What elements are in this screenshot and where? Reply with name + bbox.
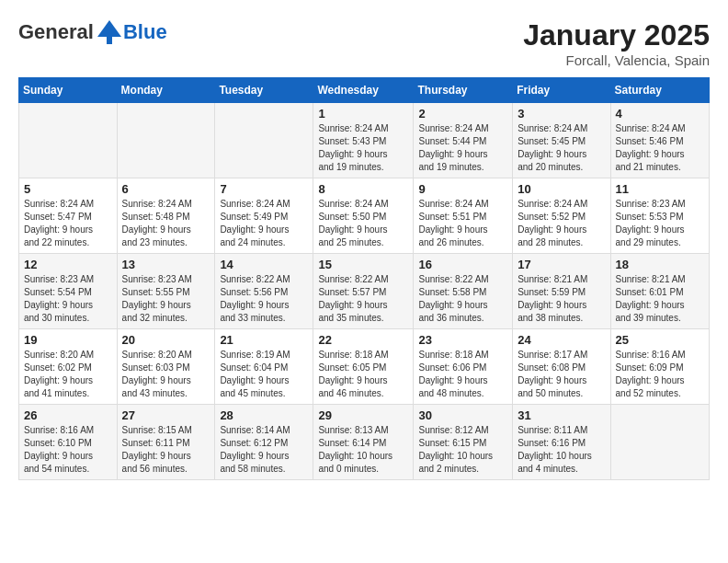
- cell-info: Sunrise: 8:23 AM Sunset: 5:54 PM Dayligh…: [24, 273, 112, 325]
- calendar-cell: 11Sunrise: 8:23 AM Sunset: 5:53 PM Dayli…: [610, 178, 709, 254]
- calendar-cell: 23Sunrise: 8:18 AM Sunset: 6:06 PM Dayli…: [414, 329, 513, 405]
- calendar-cell: 7Sunrise: 8:24 AM Sunset: 5:49 PM Daylig…: [215, 178, 313, 254]
- month-title: January 2025: [523, 18, 710, 52]
- svg-marker-0: [97, 20, 121, 37]
- calendar-cell: 16Sunrise: 8:22 AM Sunset: 5:58 PM Dayli…: [414, 254, 513, 329]
- calendar-cell: 20Sunrise: 8:20 AM Sunset: 6:03 PM Dayli…: [117, 329, 215, 405]
- days-header-row: SundayMondayTuesdayWednesdayThursdayFrid…: [19, 78, 710, 103]
- cell-info: Sunrise: 8:24 AM Sunset: 5:50 PM Dayligh…: [318, 198, 408, 249]
- cell-info: Sunrise: 8:16 AM Sunset: 6:09 PM Dayligh…: [616, 349, 704, 400]
- title-block: January 2025 Forcall, Valencia, Spain: [523, 18, 710, 68]
- day-number: 8: [318, 182, 408, 196]
- day-number: 23: [418, 333, 507, 347]
- calendar-week-row: 12Sunrise: 8:23 AM Sunset: 5:54 PM Dayli…: [19, 254, 710, 329]
- page-header: General Blue January 2025 Forcall, Valen…: [18, 18, 710, 68]
- day-number: 25: [616, 333, 704, 347]
- day-number: 18: [616, 258, 704, 271]
- day-number: 5: [24, 182, 112, 196]
- day-number: 1: [318, 107, 408, 121]
- cell-info: Sunrise: 8:18 AM Sunset: 6:05 PM Dayligh…: [318, 349, 408, 400]
- calendar-cell: 9Sunrise: 8:24 AM Sunset: 5:51 PM Daylig…: [414, 178, 513, 254]
- day-number: 12: [24, 258, 112, 271]
- day-number: 14: [220, 258, 308, 271]
- calendar-cell: 28Sunrise: 8:14 AM Sunset: 6:12 PM Dayli…: [215, 405, 313, 480]
- cell-info: Sunrise: 8:22 AM Sunset: 5:57 PM Dayligh…: [318, 273, 408, 325]
- header-day-friday: Friday: [513, 78, 610, 103]
- cell-info: Sunrise: 8:16 AM Sunset: 6:10 PM Dayligh…: [24, 424, 112, 476]
- day-number: 29: [318, 408, 408, 422]
- calendar-cell: [610, 405, 709, 480]
- location: Forcall, Valencia, Spain: [523, 52, 710, 68]
- calendar-cell: 25Sunrise: 8:16 AM Sunset: 6:09 PM Dayli…: [610, 329, 709, 405]
- day-number: 15: [318, 258, 408, 271]
- calendar-cell: 3Sunrise: 8:24 AM Sunset: 5:45 PM Daylig…: [513, 103, 610, 178]
- cell-info: Sunrise: 8:17 AM Sunset: 6:08 PM Dayligh…: [518, 349, 605, 400]
- calendar-cell: 31Sunrise: 8:11 AM Sunset: 6:16 PM Dayli…: [513, 405, 610, 480]
- calendar-cell: 26Sunrise: 8:16 AM Sunset: 6:10 PM Dayli…: [19, 405, 118, 480]
- day-number: 3: [518, 107, 605, 121]
- cell-info: Sunrise: 8:22 AM Sunset: 5:56 PM Dayligh…: [220, 273, 308, 325]
- day-number: 11: [616, 182, 704, 196]
- cell-info: Sunrise: 8:24 AM Sunset: 5:43 PM Dayligh…: [318, 122, 408, 174]
- day-number: 13: [122, 258, 210, 271]
- cell-info: Sunrise: 8:15 AM Sunset: 6:11 PM Dayligh…: [122, 424, 210, 476]
- calendar-cell: 24Sunrise: 8:17 AM Sunset: 6:08 PM Dayli…: [513, 329, 610, 405]
- calendar-table: SundayMondayTuesdayWednesdayThursdayFrid…: [18, 77, 710, 480]
- calendar-cell: [117, 103, 215, 178]
- calendar-cell: 27Sunrise: 8:15 AM Sunset: 6:11 PM Dayli…: [117, 405, 215, 480]
- calendar-week-row: 19Sunrise: 8:20 AM Sunset: 6:02 PM Dayli…: [19, 329, 710, 405]
- day-number: 19: [24, 333, 112, 347]
- cell-info: Sunrise: 8:24 AM Sunset: 5:49 PM Dayligh…: [220, 198, 308, 249]
- cell-info: Sunrise: 8:24 AM Sunset: 5:46 PM Dayligh…: [616, 122, 704, 174]
- calendar-cell: 4Sunrise: 8:24 AM Sunset: 5:46 PM Daylig…: [610, 103, 709, 178]
- cell-info: Sunrise: 8:20 AM Sunset: 6:02 PM Dayligh…: [24, 349, 112, 400]
- calendar-cell: 17Sunrise: 8:21 AM Sunset: 5:59 PM Dayli…: [513, 254, 610, 329]
- calendar-week-row: 26Sunrise: 8:16 AM Sunset: 6:10 PM Dayli…: [19, 405, 710, 480]
- logo: General Blue: [18, 18, 167, 46]
- logo-icon: [96, 18, 123, 46]
- day-number: 4: [616, 107, 704, 121]
- calendar-cell: 22Sunrise: 8:18 AM Sunset: 6:05 PM Dayli…: [313, 329, 414, 405]
- cell-info: Sunrise: 8:24 AM Sunset: 5:51 PM Dayligh…: [418, 198, 507, 249]
- header-day-tuesday: Tuesday: [215, 78, 313, 103]
- calendar-week-row: 1Sunrise: 8:24 AM Sunset: 5:43 PM Daylig…: [19, 103, 710, 178]
- day-number: 27: [122, 408, 210, 422]
- day-number: 7: [220, 182, 308, 196]
- cell-info: Sunrise: 8:22 AM Sunset: 5:58 PM Dayligh…: [418, 273, 507, 325]
- day-number: 2: [418, 107, 507, 121]
- cell-info: Sunrise: 8:12 AM Sunset: 6:15 PM Dayligh…: [418, 424, 507, 476]
- calendar-cell: 6Sunrise: 8:24 AM Sunset: 5:48 PM Daylig…: [117, 178, 215, 254]
- day-number: 31: [518, 408, 605, 422]
- day-number: 6: [122, 182, 210, 196]
- day-number: 20: [122, 333, 210, 347]
- cell-info: Sunrise: 8:18 AM Sunset: 6:06 PM Dayligh…: [418, 349, 507, 400]
- logo-blue-text: Blue: [123, 20, 167, 44]
- cell-info: Sunrise: 8:13 AM Sunset: 6:14 PM Dayligh…: [318, 424, 408, 476]
- day-number: 30: [418, 408, 507, 422]
- cell-info: Sunrise: 8:24 AM Sunset: 5:47 PM Dayligh…: [24, 198, 112, 249]
- calendar-cell: 18Sunrise: 8:21 AM Sunset: 6:01 PM Dayli…: [610, 254, 709, 329]
- cell-info: Sunrise: 8:21 AM Sunset: 6:01 PM Dayligh…: [616, 273, 704, 325]
- day-number: 21: [220, 333, 308, 347]
- calendar-week-row: 5Sunrise: 8:24 AM Sunset: 5:47 PM Daylig…: [19, 178, 710, 254]
- cell-info: Sunrise: 8:23 AM Sunset: 5:53 PM Dayligh…: [616, 198, 704, 249]
- header-day-sunday: Sunday: [19, 78, 118, 103]
- calendar-cell: 19Sunrise: 8:20 AM Sunset: 6:02 PM Dayli…: [19, 329, 118, 405]
- header-day-saturday: Saturday: [610, 78, 709, 103]
- cell-info: Sunrise: 8:24 AM Sunset: 5:52 PM Dayligh…: [518, 198, 605, 249]
- cell-info: Sunrise: 8:24 AM Sunset: 5:48 PM Dayligh…: [122, 198, 210, 249]
- calendar-cell: 21Sunrise: 8:19 AM Sunset: 6:04 PM Dayli…: [215, 329, 313, 405]
- header-day-thursday: Thursday: [414, 78, 513, 103]
- cell-info: Sunrise: 8:11 AM Sunset: 6:16 PM Dayligh…: [518, 424, 605, 476]
- calendar-cell: 14Sunrise: 8:22 AM Sunset: 5:56 PM Dayli…: [215, 254, 313, 329]
- day-number: 26: [24, 408, 112, 422]
- calendar-cell: [215, 103, 313, 178]
- calendar-cell: 13Sunrise: 8:23 AM Sunset: 5:55 PM Dayli…: [117, 254, 215, 329]
- day-number: 28: [220, 408, 308, 422]
- cell-info: Sunrise: 8:24 AM Sunset: 5:44 PM Dayligh…: [418, 122, 507, 174]
- calendar-cell: 12Sunrise: 8:23 AM Sunset: 5:54 PM Dayli…: [19, 254, 118, 329]
- calendar-cell: 2Sunrise: 8:24 AM Sunset: 5:44 PM Daylig…: [414, 103, 513, 178]
- cell-info: Sunrise: 8:20 AM Sunset: 6:03 PM Dayligh…: [122, 349, 210, 400]
- calendar-cell: 29Sunrise: 8:13 AM Sunset: 6:14 PM Dayli…: [313, 405, 414, 480]
- logo-general-text: General: [18, 20, 94, 44]
